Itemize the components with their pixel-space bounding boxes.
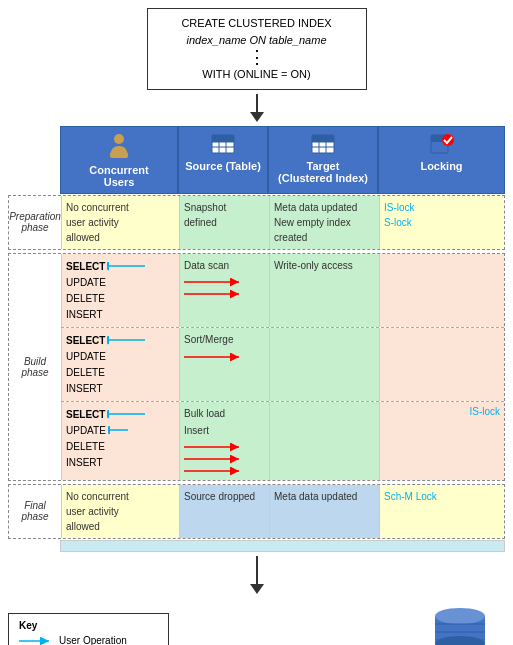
prep-locking-cell: IS-lock S-lock	[379, 196, 504, 249]
final-concurrent-text: No concurrent user activity allowed	[66, 489, 175, 534]
build-sub1-ops: SELECT UPDATE DELETE INSERT	[66, 259, 175, 322]
build-sub1-source: Data scan	[179, 254, 269, 327]
final-phase-label: Finalphase	[9, 485, 61, 538]
build-sub1-target: Write-only access	[269, 254, 379, 327]
final-locking-text: Sch-M Lock	[384, 489, 500, 504]
header-source-label: Source (Table)	[185, 160, 261, 172]
sql-line2: index_name ON table_name	[158, 32, 356, 49]
update-arrow-left	[108, 425, 128, 435]
select3-arrow-left	[107, 409, 145, 419]
prep-content-cols: No concurrent user activity allowed Snap…	[61, 196, 504, 249]
prep-s-lock: S-lock	[384, 215, 500, 230]
svg-rect-11	[312, 135, 334, 142]
build-phase-wrapper: Buildphase SELECT	[9, 254, 504, 480]
build-sub1: SELECT UPDATE DELETE INSERT	[61, 254, 504, 327]
header-source: Source (Table)	[178, 126, 268, 194]
build-sub2-target	[269, 328, 379, 401]
sql-dots: ⋮	[158, 48, 356, 66]
final-locking-cell: Sch-M Lock	[379, 485, 504, 538]
final-source-text: Source dropped	[184, 489, 265, 504]
build-sub1-concurrent: SELECT UPDATE DELETE INSERT	[61, 254, 179, 327]
svg-rect-3	[110, 152, 128, 158]
build-sub3: SELECT UPDATE	[61, 401, 504, 480]
key-blue-arrow-icon	[19, 635, 55, 646]
prep-source-cell: Snapshot defined	[179, 196, 269, 249]
sql-box: CREATE CLUSTERED INDEX index_name ON tab…	[147, 8, 367, 90]
prep-locking-text: IS-lock S-lock	[384, 200, 500, 230]
build-sub1-locking	[379, 254, 504, 327]
header-row: ConcurrentUsers Source (Table)	[8, 126, 505, 194]
svg-point-2	[114, 134, 124, 144]
header-target: Target(Clustered Index)	[268, 126, 378, 194]
build-sub3-concurrent: SELECT UPDATE	[61, 402, 179, 480]
header-locking: Locking	[378, 126, 505, 194]
prep-phase-label: Preparationphase	[9, 196, 61, 249]
sql-line3: WITH (ONLINE = ON)	[158, 66, 356, 83]
build-sub3-target	[269, 402, 379, 480]
clustered-index-icon	[430, 604, 490, 646]
build-sub-sections: SELECT UPDATE DELETE INSERT	[61, 254, 504, 480]
build-is-lock: IS-lock	[384, 406, 500, 417]
svg-marker-40	[250, 584, 264, 594]
data-scan-arrow2	[184, 289, 244, 299]
final-source-cell: Source dropped	[179, 485, 269, 538]
build-sub3-locking: IS-lock	[379, 402, 504, 480]
build-sub1-source-text: Data scan	[184, 258, 265, 299]
svg-marker-1	[250, 112, 264, 122]
build-sub3-ops: SELECT UPDATE	[66, 407, 175, 470]
source-table-icon	[211, 132, 235, 156]
bulk-arrow3	[184, 466, 244, 476]
build-phase-section: Buildphase SELECT	[8, 253, 505, 481]
bulk-arrow2	[184, 454, 244, 464]
preparation-phase-section: Preparationphase No concurrent user acti…	[8, 195, 505, 250]
final-target-cell: Meta data updated	[269, 485, 379, 538]
main-down-arrow	[242, 94, 272, 124]
header-locking-label: Locking	[420, 160, 462, 172]
build-phase-label: Buildphase	[9, 254, 61, 480]
select-arrow-left	[107, 261, 145, 271]
build-sub3-source: Bulk load Insert	[179, 402, 269, 480]
checkmark-icon	[430, 132, 454, 156]
build-sub2-source: Sort/Merge	[179, 328, 269, 401]
key-title: Key	[19, 620, 158, 631]
svg-point-47	[435, 608, 485, 624]
final-sch-lock: Sch-M Lock	[384, 489, 500, 504]
select2-arrow-left	[107, 335, 145, 345]
bottom-row: Key User Operation SQL Server Operation	[8, 600, 505, 646]
prep-target-cell: Meta data updated New empty index create…	[269, 196, 379, 249]
build-sub2-concurrent: SELECT UPDATE DELETE INSERT	[61, 328, 179, 401]
clustered-index-section: Clustered Index	[415, 604, 505, 646]
build-sub1-target-text: Write-only access	[274, 258, 375, 273]
main-container: CREATE CLUSTERED INDEX index_name ON tab…	[0, 0, 513, 645]
build-sub2-source-text: Sort/Merge	[184, 332, 265, 366]
build-sub2-locking	[379, 328, 504, 401]
final-target-text: Meta data updated	[274, 489, 375, 504]
sort-merge-arrow	[184, 352, 244, 362]
sql-line1: CREATE CLUSTERED INDEX	[158, 15, 356, 32]
prep-concurrent-cell: No concurrent user activity allowed	[61, 196, 179, 249]
key-section: Key User Operation SQL Server Operation	[8, 613, 169, 646]
key-user-op-item: User Operation	[19, 635, 158, 646]
build-sub2-ops: SELECT UPDATE DELETE INSERT	[66, 333, 175, 396]
data-scan-arrow1	[184, 277, 244, 287]
target-table-icon	[311, 132, 335, 156]
key-user-op-label: User Operation	[59, 635, 127, 645]
final-concurrent-cell: No concurrent user activity allowed	[61, 485, 179, 538]
prep-concurrent-text: No concurrent user activity allowed	[66, 200, 175, 245]
final-down-arrow	[242, 556, 272, 596]
bulk-arrow1	[184, 442, 244, 452]
bottom-bar	[8, 540, 505, 552]
prep-target-text: Meta data updated New empty index create…	[274, 200, 375, 245]
prep-source-text: Snapshot defined	[184, 200, 265, 230]
final-content-cols: No concurrent user activity allowed Sour…	[61, 485, 504, 538]
person-icon	[107, 132, 131, 160]
svg-point-18	[442, 134, 454, 146]
build-sub3-source-text: Bulk load Insert	[184, 406, 265, 476]
header-concurrent-users: ConcurrentUsers	[60, 126, 178, 194]
build-sub2: SELECT UPDATE DELETE INSERT	[61, 327, 504, 401]
final-phase-section: Finalphase No concurrent user activity a…	[8, 484, 505, 539]
header-concurrent-label: ConcurrentUsers	[89, 164, 148, 188]
prep-is-lock: IS-lock	[384, 200, 500, 215]
header-target-label: Target(Clustered Index)	[278, 160, 368, 184]
svg-rect-5	[212, 135, 234, 142]
